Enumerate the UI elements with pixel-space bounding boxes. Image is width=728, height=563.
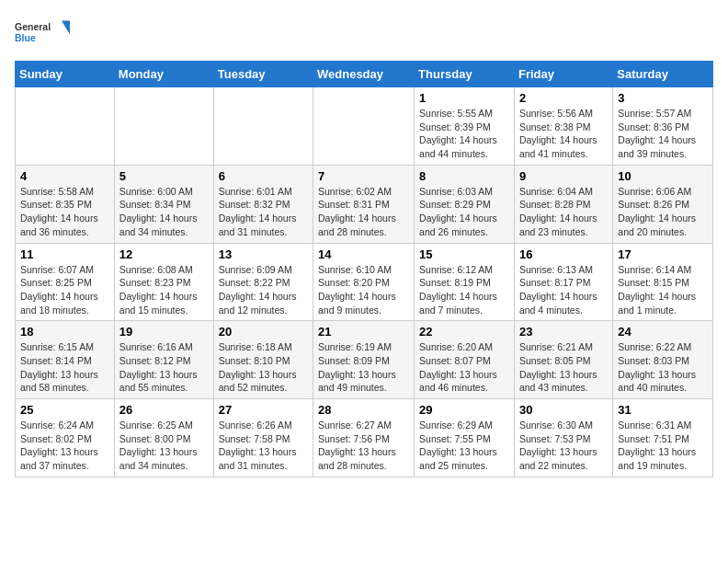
day-cell: 24Sunrise: 6:22 AM Sunset: 8:03 PM Dayli… xyxy=(613,321,713,399)
day-number: 18 xyxy=(20,325,109,339)
day-number: 22 xyxy=(419,325,509,339)
day-info: Sunrise: 6:22 AM Sunset: 8:03 PM Dayligh… xyxy=(618,340,708,395)
svg-marker-2 xyxy=(62,21,70,35)
day-number: 28 xyxy=(318,403,409,417)
day-cell xyxy=(114,87,213,166)
day-cell: 22Sunrise: 6:20 AM Sunset: 8:07 PM Dayli… xyxy=(415,321,515,399)
col-header-thursday: Thursday xyxy=(415,62,515,87)
day-cell: 20Sunrise: 6:18 AM Sunset: 8:10 PM Dayli… xyxy=(213,321,313,399)
day-number: 9 xyxy=(519,169,608,183)
col-header-monday: Monday xyxy=(114,62,213,87)
calendar-header-row: SundayMondayTuesdayWednesdayThursdayFrid… xyxy=(16,62,713,87)
day-number: 17 xyxy=(618,247,708,261)
col-header-saturday: Saturday xyxy=(613,62,713,87)
day-number: 11 xyxy=(20,247,109,261)
day-info: Sunrise: 6:08 AM Sunset: 8:23 PM Dayligh… xyxy=(119,263,209,317)
col-header-tuesday: Tuesday xyxy=(213,62,313,87)
day-number: 7 xyxy=(318,169,409,183)
day-info: Sunrise: 6:20 AM Sunset: 8:07 PM Dayligh… xyxy=(419,340,509,395)
week-row-3: 11Sunrise: 6:07 AM Sunset: 8:25 PM Dayli… xyxy=(16,243,713,321)
day-number: 5 xyxy=(119,169,209,183)
day-info: Sunrise: 6:03 AM Sunset: 8:29 PM Dayligh… xyxy=(419,185,509,239)
day-info: Sunrise: 6:30 AM Sunset: 7:53 PM Dayligh… xyxy=(519,419,608,473)
day-cell: 3Sunrise: 5:57 AM Sunset: 8:36 PM Daylig… xyxy=(613,87,713,166)
col-header-wednesday: Wednesday xyxy=(313,62,415,87)
day-number: 16 xyxy=(519,247,608,261)
week-row-4: 18Sunrise: 6:15 AM Sunset: 8:14 PM Dayli… xyxy=(16,321,713,399)
logo: General Blue xyxy=(15,15,70,52)
day-number: 29 xyxy=(419,403,509,417)
day-cell: 19Sunrise: 6:16 AM Sunset: 8:12 PM Dayli… xyxy=(114,321,213,399)
day-cell: 29Sunrise: 6:29 AM Sunset: 7:55 PM Dayli… xyxy=(415,399,515,477)
day-cell: 9Sunrise: 6:04 AM Sunset: 8:28 PM Daylig… xyxy=(514,165,612,243)
day-info: Sunrise: 6:12 AM Sunset: 8:19 PM Dayligh… xyxy=(419,263,509,317)
calendar-body: 1Sunrise: 5:55 AM Sunset: 8:39 PM Daylig… xyxy=(16,87,713,477)
day-number: 1 xyxy=(419,91,509,105)
day-cell: 23Sunrise: 6:21 AM Sunset: 8:05 PM Dayli… xyxy=(514,321,612,399)
day-cell: 27Sunrise: 6:26 AM Sunset: 7:58 PM Dayli… xyxy=(213,399,313,477)
day-info: Sunrise: 6:01 AM Sunset: 8:32 PM Dayligh… xyxy=(219,185,308,239)
day-cell: 25Sunrise: 6:24 AM Sunset: 8:02 PM Dayli… xyxy=(16,399,115,477)
day-number: 6 xyxy=(219,169,308,183)
day-cell xyxy=(313,87,415,166)
day-info: Sunrise: 6:26 AM Sunset: 7:58 PM Dayligh… xyxy=(219,419,308,473)
day-cell: 6Sunrise: 6:01 AM Sunset: 8:32 PM Daylig… xyxy=(213,165,313,243)
day-cell: 31Sunrise: 6:31 AM Sunset: 7:51 PM Dayli… xyxy=(613,399,713,477)
logo-svg: General Blue xyxy=(15,15,70,52)
calendar-table: SundayMondayTuesdayWednesdayThursdayFrid… xyxy=(15,61,713,477)
day-info: Sunrise: 6:06 AM Sunset: 8:26 PM Dayligh… xyxy=(618,185,708,239)
week-row-2: 4Sunrise: 5:58 AM Sunset: 8:35 PM Daylig… xyxy=(16,165,713,243)
day-number: 21 xyxy=(318,325,409,339)
day-cell: 13Sunrise: 6:09 AM Sunset: 8:22 PM Dayli… xyxy=(213,243,313,321)
day-cell: 30Sunrise: 6:30 AM Sunset: 7:53 PM Dayli… xyxy=(514,399,612,477)
day-cell: 16Sunrise: 6:13 AM Sunset: 8:17 PM Dayli… xyxy=(514,243,612,321)
day-cell: 7Sunrise: 6:02 AM Sunset: 8:31 PM Daylig… xyxy=(313,165,415,243)
day-info: Sunrise: 5:56 AM Sunset: 8:38 PM Dayligh… xyxy=(519,107,608,161)
day-info: Sunrise: 6:18 AM Sunset: 8:10 PM Dayligh… xyxy=(219,340,308,395)
day-cell: 10Sunrise: 6:06 AM Sunset: 8:26 PM Dayli… xyxy=(613,165,713,243)
day-info: Sunrise: 5:57 AM Sunset: 8:36 PM Dayligh… xyxy=(618,107,708,161)
day-number: 13 xyxy=(219,247,308,261)
day-info: Sunrise: 6:25 AM Sunset: 8:00 PM Dayligh… xyxy=(119,419,209,473)
day-info: Sunrise: 6:16 AM Sunset: 8:12 PM Dayligh… xyxy=(119,340,209,395)
day-info: Sunrise: 6:24 AM Sunset: 8:02 PM Dayligh… xyxy=(20,419,109,473)
week-row-1: 1Sunrise: 5:55 AM Sunset: 8:39 PM Daylig… xyxy=(16,87,713,166)
day-cell: 28Sunrise: 6:27 AM Sunset: 7:56 PM Dayli… xyxy=(313,399,415,477)
day-number: 30 xyxy=(519,403,608,417)
col-header-friday: Friday xyxy=(514,62,612,87)
day-cell: 2Sunrise: 5:56 AM Sunset: 8:38 PM Daylig… xyxy=(514,87,612,166)
day-number: 25 xyxy=(20,403,109,417)
day-cell: 21Sunrise: 6:19 AM Sunset: 8:09 PM Dayli… xyxy=(313,321,415,399)
day-number: 10 xyxy=(618,169,708,183)
day-number: 24 xyxy=(618,325,708,339)
day-info: Sunrise: 6:09 AM Sunset: 8:22 PM Dayligh… xyxy=(219,263,308,317)
day-number: 31 xyxy=(618,403,708,417)
day-cell: 18Sunrise: 6:15 AM Sunset: 8:14 PM Dayli… xyxy=(16,321,115,399)
day-cell: 12Sunrise: 6:08 AM Sunset: 8:23 PM Dayli… xyxy=(114,243,213,321)
day-info: Sunrise: 6:14 AM Sunset: 8:15 PM Dayligh… xyxy=(618,263,708,317)
day-number: 14 xyxy=(318,247,409,261)
day-number: 19 xyxy=(119,325,209,339)
svg-text:General: General xyxy=(15,21,51,32)
day-cell: 4Sunrise: 5:58 AM Sunset: 8:35 PM Daylig… xyxy=(16,165,115,243)
day-info: Sunrise: 6:04 AM Sunset: 8:28 PM Dayligh… xyxy=(519,185,608,239)
day-number: 15 xyxy=(419,247,509,261)
day-info: Sunrise: 6:07 AM Sunset: 8:25 PM Dayligh… xyxy=(20,263,109,317)
day-info: Sunrise: 6:29 AM Sunset: 7:55 PM Dayligh… xyxy=(419,419,509,473)
day-cell: 17Sunrise: 6:14 AM Sunset: 8:15 PM Dayli… xyxy=(613,243,713,321)
day-info: Sunrise: 6:13 AM Sunset: 8:17 PM Dayligh… xyxy=(519,263,608,317)
day-number: 20 xyxy=(219,325,308,339)
day-info: Sunrise: 6:15 AM Sunset: 8:14 PM Dayligh… xyxy=(20,340,109,395)
week-row-5: 25Sunrise: 6:24 AM Sunset: 8:02 PM Dayli… xyxy=(16,399,713,477)
page-header: General Blue xyxy=(15,15,713,52)
day-info: Sunrise: 6:27 AM Sunset: 7:56 PM Dayligh… xyxy=(318,419,409,473)
day-cell: 14Sunrise: 6:10 AM Sunset: 8:20 PM Dayli… xyxy=(313,243,415,321)
day-cell xyxy=(213,87,313,166)
day-number: 26 xyxy=(119,403,209,417)
svg-text:Blue: Blue xyxy=(15,32,36,43)
day-number: 23 xyxy=(519,325,608,339)
day-cell: 5Sunrise: 6:00 AM Sunset: 8:34 PM Daylig… xyxy=(114,165,213,243)
day-info: Sunrise: 6:00 AM Sunset: 8:34 PM Dayligh… xyxy=(119,185,209,239)
day-cell xyxy=(16,87,115,166)
day-info: Sunrise: 5:55 AM Sunset: 8:39 PM Dayligh… xyxy=(419,107,509,161)
